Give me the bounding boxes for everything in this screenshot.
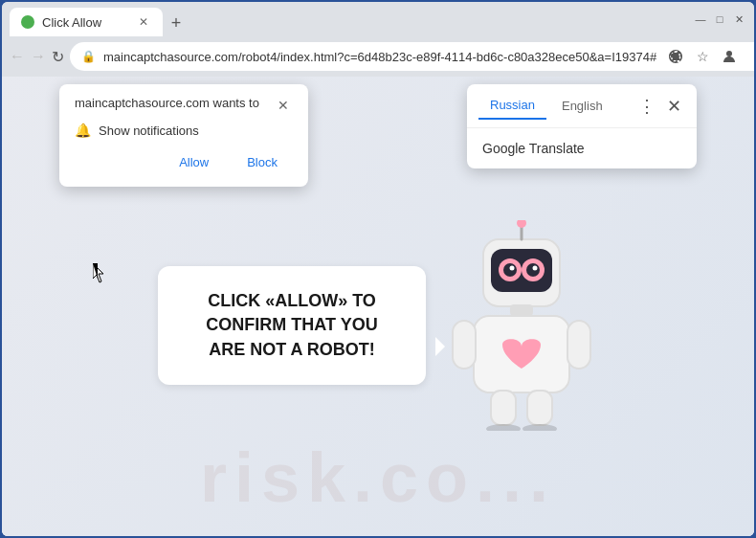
notification-header: maincaptchasource.com wants to ✕ (75, 96, 293, 115)
content-area: risk.co... CLICK «ALLOW» TO CONFIRM THAT… (2, 77, 754, 536)
allow-button[interactable]: Allow (164, 149, 224, 175)
svg-point-11 (517, 220, 526, 228)
tab-favicon (21, 15, 34, 29)
back-button[interactable]: ← (10, 43, 25, 70)
active-tab[interactable]: Click Allow ✕ (10, 8, 163, 36)
svg-point-19 (523, 424, 557, 431)
captcha-content: CLICK «ALLOW» TO CONFIRM THAT YOU ARE NO… (158, 220, 598, 431)
bookmark-icon[interactable]: ☆ (691, 45, 714, 68)
svg-point-9 (533, 266, 538, 271)
notification-title: maincaptchasource.com wants to (75, 96, 259, 110)
notification-row: 🔔 Show notifications (75, 123, 293, 138)
lock-icon: 🔒 (81, 50, 96, 63)
tab-close-button[interactable]: ✕ (136, 14, 151, 30)
notification-label: Show notifications (99, 123, 199, 138)
browser-window: Click Allow ✕ + — □ ✕ ← → ↻ 🔒 maincaptch… (0, 0, 756, 538)
tab-title: Click Allow (42, 15, 101, 30)
bell-icon: 🔔 (75, 123, 91, 138)
minimize-button[interactable]: — (693, 11, 708, 27)
maximize-button[interactable]: □ (712, 11, 727, 27)
svg-point-0 (24, 18, 32, 26)
block-button[interactable]: Block (232, 149, 293, 175)
menu-icon[interactable]: ⋮ (745, 45, 756, 68)
url-text: maincaptchasource.com/robot4/index.html?… (103, 50, 656, 64)
svg-rect-17 (527, 391, 552, 425)
robot-image (445, 220, 598, 431)
mouse-cursor (93, 263, 104, 280)
tab-bar: Click Allow ✕ + (10, 2, 689, 36)
tab-russian[interactable]: Russian (478, 92, 546, 120)
address-right-icons: ☆ ⋮ (664, 45, 756, 68)
svg-rect-12 (510, 304, 533, 316)
title-bar: Click Allow ✕ + — □ ✕ (2, 2, 754, 36)
svg-rect-15 (567, 321, 590, 369)
speech-bubble: CLICK «ALLOW» TO CONFIRM THAT YOU ARE NO… (158, 266, 426, 385)
watermark-text: risk.co... (2, 438, 754, 517)
forward-button[interactable]: → (31, 43, 46, 70)
close-button[interactable]: ✕ (731, 11, 746, 27)
address-bar-row: ← → ↻ 🔒 maincaptchasource.com/robot4/ind… (2, 36, 754, 77)
svg-rect-16 (491, 391, 516, 425)
svg-point-6 (503, 263, 517, 277)
translate-service-label: Google Translate (482, 141, 585, 156)
tab-english[interactable]: English (550, 93, 614, 119)
address-field[interactable]: 🔒 maincaptchasource.com/robot4/index.htm… (70, 42, 756, 71)
webpage: risk.co... CLICK «ALLOW» TO CONFIRM THAT… (2, 77, 754, 536)
translate-more-icon[interactable]: ⋮ (634, 96, 659, 117)
reload-button[interactable]: ↻ (52, 43, 64, 70)
translate-popup: Russian English ⋮ ✕ Google Translate (467, 84, 697, 168)
notification-popup: maincaptchasource.com wants to ✕ 🔔 Show … (59, 84, 308, 187)
notification-buttons: Allow Block (75, 149, 293, 175)
translate-icon[interactable] (664, 45, 687, 68)
translate-header: Russian English ⋮ ✕ (467, 84, 697, 128)
svg-point-7 (526, 263, 540, 277)
translate-close-button[interactable]: ✕ (663, 96, 685, 117)
captcha-message: CLICK «ALLOW» TO CONFIRM THAT YOU ARE NO… (185, 289, 399, 362)
account-icon[interactable] (718, 45, 741, 68)
notification-close-button[interactable]: ✕ (274, 96, 293, 115)
new-tab-button[interactable]: + (163, 10, 189, 36)
svg-point-18 (486, 424, 521, 431)
translate-body: Google Translate (467, 128, 697, 168)
svg-point-8 (510, 266, 515, 271)
svg-point-1 (726, 51, 732, 56)
svg-rect-14 (453, 321, 476, 369)
window-controls: — □ ✕ (693, 11, 746, 27)
